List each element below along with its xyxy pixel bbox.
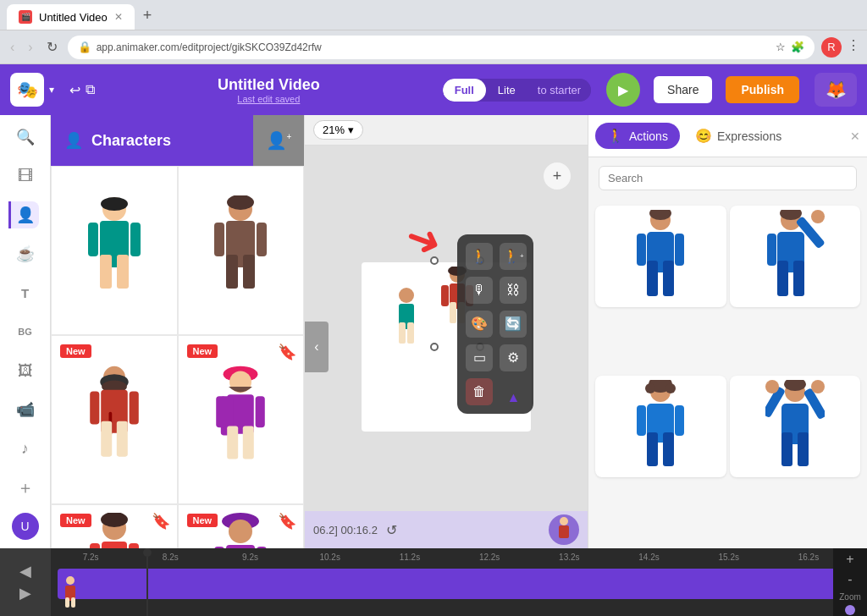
svg-rect-10 — [243, 255, 255, 289]
characters-panel-icon: 👤 — [64, 131, 83, 150]
selected-char-thumb[interactable] — [549, 514, 579, 545]
sidebar-item-video[interactable]: 📹 — [10, 396, 41, 423]
timeline-prev-button[interactable]: ◀ — [19, 562, 31, 580]
svg-rect-21 — [90, 392, 99, 425]
character-figure-1 — [85, 195, 144, 305]
canvas-nav-left-button[interactable]: ‹ — [305, 322, 329, 372]
address-bar[interactable]: 🔒 app.animaker.com/editproject/gikSKCO39… — [68, 36, 815, 59]
share-button[interactable]: Share — [654, 76, 712, 103]
character-item-2[interactable] — [178, 166, 305, 335]
active-tab[interactable]: 🎬 Untitled Video ✕ — [7, 4, 135, 30]
character-item-6[interactable]: New 🔖 New 9.28 — [178, 504, 305, 548]
actions-search-input[interactable] — [599, 166, 857, 190]
last-saved-text[interactable]: Last edit saved — [237, 94, 300, 104]
timeline-track-1[interactable] — [58, 569, 842, 599]
sidebar-item-props[interactable]: ☕ — [10, 240, 41, 267]
sidebar-item-text[interactable]: T — [10, 279, 41, 306]
ctx-settings-button[interactable]: ⚙ — [500, 344, 527, 371]
forward-button[interactable]: › — [25, 36, 36, 58]
browser-actions: R ⋮ — [821, 37, 860, 58]
action-char-1[interactable] — [595, 206, 726, 307]
bookmark-icon-5: 🔖 — [152, 512, 170, 531]
character-item-4[interactable]: New 🔖 — [178, 335, 305, 504]
copy-button[interactable]: ⧉ — [86, 82, 95, 98]
zoom-plus-button[interactable]: + — [838, 552, 862, 567]
mode-full-button[interactable]: Full — [443, 79, 486, 102]
right-panel: 🚶 Actions 😊 Expressions ✕ — [588, 115, 867, 548]
mode-lite-button[interactable]: Lite — [486, 79, 527, 102]
timeline-labels: 7.2s 8.2s 9.2s 10.2s 11.2s 12.2s 13.2s 1… — [51, 548, 848, 564]
expressions-tab-label: Expressions — [717, 129, 781, 143]
character-item-5[interactable]: New 🔖 — [51, 504, 178, 548]
ctx-resize-button[interactable]: ▭ — [466, 344, 493, 371]
tab-expressions[interactable]: 😊 Expressions — [683, 123, 793, 149]
zoom-slider-thumb[interactable] — [845, 605, 855, 615]
sidebar-item-audio[interactable]: ♪ — [10, 435, 41, 462]
characters-grid: New New 🔖 — [51, 166, 304, 548]
timeline-playhead[interactable] — [146, 548, 148, 616]
user-avatar[interactable]: U — [12, 513, 39, 540]
action-char-3[interactable] — [595, 376, 726, 477]
action-char-1-figure — [635, 210, 686, 303]
timeline-refresh-button[interactable]: ↺ — [386, 522, 397, 538]
actions-characters-grid — [588, 199, 867, 548]
play-button[interactable]: ▶ — [606, 73, 640, 107]
undo-button[interactable]: ↩ — [69, 82, 80, 98]
logo-area: 🎭 ▾ — [10, 73, 54, 107]
ctx-walk-button[interactable]: 🚶 — [466, 243, 493, 270]
ctx-add-walk-button[interactable]: 🚶+ — [500, 243, 527, 270]
ctx-mic-button[interactable]: 🎙 — [466, 277, 493, 304]
sidebar-item-more[interactable]: ＋ — [10, 474, 41, 501]
sidebar-item-background[interactable]: BG — [10, 318, 41, 345]
zoom-slider[interactable] — [848, 607, 852, 613]
timeline-next-button[interactable]: ▶ — [19, 584, 31, 602]
sidebar-item-images[interactable]: 🖼 — [10, 357, 41, 384]
app-logo[interactable]: 🎭 — [10, 73, 44, 107]
publish-button[interactable]: Publish — [726, 76, 799, 103]
tab-bar: 🎬 Untitled Video ✕ + — [7, 0, 160, 30]
puzzle-icon[interactable]: 🧩 — [791, 41, 804, 53]
zoom-control[interactable]: 21% ▾ — [313, 120, 363, 140]
new-badge-5: New — [60, 514, 91, 527]
ctx-replace-button[interactable]: 🔄 — [500, 311, 527, 338]
sidebar-item-film[interactable]: 🎞 — [10, 162, 41, 190]
svg-point-56 — [560, 517, 568, 525]
character-figure-2 — [211, 195, 270, 305]
star-icon[interactable]: ☆ — [776, 41, 786, 53]
tab-actions[interactable]: 🚶 Actions — [595, 123, 680, 149]
character-item-3[interactable]: New — [51, 335, 178, 504]
ctx-delete-button[interactable]: 🗑 — [466, 378, 493, 405]
canvas-character-1[interactable] — [389, 287, 423, 361]
action-char-4[interactable] — [730, 376, 861, 477]
svg-rect-11 — [214, 223, 224, 256]
canvas-add-button[interactable]: + — [544, 162, 571, 190]
actions-tab-label: Actions — [629, 129, 668, 143]
svg-rect-54 — [441, 285, 449, 306]
action-char-2[interactable] — [730, 206, 861, 307]
ctx-palette-button[interactable]: 🎨 — [466, 311, 493, 338]
add-character-button[interactable]: 👤+ — [253, 115, 304, 166]
lock-icon: 🔒 — [78, 41, 91, 53]
svg-rect-9 — [226, 255, 238, 289]
ctx-chain-button[interactable]: ⛓ — [500, 277, 527, 304]
undo-redo-area: ↩ ⧉ — [69, 82, 95, 98]
ruler-label-4: 10.2s — [290, 553, 370, 562]
browser-chrome: 🎬 Untitled Video ✕ + — [0, 0, 867, 30]
svg-rect-62 — [663, 261, 674, 296]
mode-starter-button[interactable]: to starter — [527, 79, 591, 102]
new-tab-button[interactable]: + — [135, 2, 161, 30]
tab-close-button[interactable]: ✕ — [114, 11, 123, 23]
sidebar-item-search[interactable]: 🔍 — [10, 124, 41, 151]
character-item-1[interactable] — [51, 166, 178, 335]
back-button[interactable]: ‹ — [7, 36, 18, 58]
ruler-label-1: 7.2s — [51, 553, 130, 562]
sidebar-item-characters[interactable]: 👤 — [8, 201, 39, 228]
refresh-button[interactable]: ↻ — [43, 36, 61, 58]
svg-rect-27 — [227, 426, 238, 459]
right-panel-close-button[interactable]: ✕ — [850, 129, 860, 143]
menu-icon[interactable]: ⋮ — [847, 37, 860, 58]
zoom-minus-button[interactable]: - — [838, 572, 862, 587]
profile-icon[interactable]: R — [821, 37, 842, 58]
logo-chevron-icon[interactable]: ▾ — [49, 84, 54, 96]
ctx-expand-button[interactable]: ▲ — [500, 378, 527, 405]
